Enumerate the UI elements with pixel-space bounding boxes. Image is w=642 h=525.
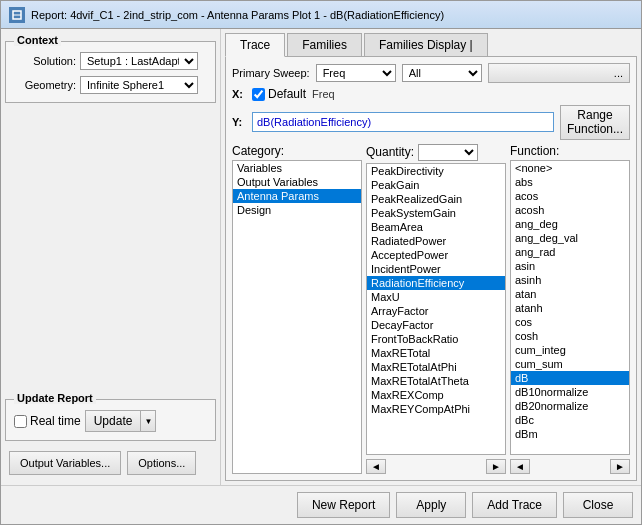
list-item[interactable]: PeakDirectivity	[367, 164, 505, 178]
list-item[interactable]: acos	[511, 189, 629, 203]
quantity-column: Quantity: PeakDirectivity PeakGain PeakR…	[366, 144, 506, 474]
default-checkbox[interactable]	[252, 88, 265, 101]
list-item[interactable]: MaxRETotalAtPhi	[367, 360, 505, 374]
x-row: X: Default Freq	[232, 87, 630, 101]
quantity-scroll-left[interactable]: ◄	[366, 459, 386, 474]
list-item[interactable]: Output Variables	[233, 175, 361, 189]
tab-trace[interactable]: Trace	[225, 33, 285, 57]
list-item[interactable]: Antenna Params	[233, 189, 361, 203]
update-report-group: Update Report Real time Update ▼	[5, 399, 216, 441]
tab-families-display[interactable]: Families Display |	[364, 33, 488, 56]
output-variables-button[interactable]: Output Variables...	[9, 451, 121, 475]
category-list[interactable]: Variables Output Variables Antenna Param…	[232, 160, 362, 474]
quantity-scroll-right[interactable]: ►	[486, 459, 506, 474]
list-item[interactable]: dBc	[511, 413, 629, 427]
geometry-select[interactable]: Infinite Sphere1	[80, 76, 198, 94]
title-bar: Report: 4dvif_C1 - 2ind_strip_com - Ante…	[1, 1, 641, 29]
quantity-scroll-row: ◄ ►	[366, 459, 506, 474]
content-area: Context Solution: Setup1 : LastAdaptive …	[1, 29, 641, 485]
list-item[interactable]: ang_rad	[511, 245, 629, 259]
quantity-list[interactable]: PeakDirectivity PeakGain PeakRealizedGai…	[366, 163, 506, 455]
list-item[interactable]: acosh	[511, 203, 629, 217]
list-item[interactable]: RadiatedPower	[367, 234, 505, 248]
spacer	[5, 107, 216, 387]
list-item[interactable]: PeakGain	[367, 178, 505, 192]
default-label: Default	[252, 87, 306, 101]
list-item[interactable]: dB20normalize	[511, 399, 629, 413]
all-select[interactable]: All	[402, 64, 482, 82]
category-column: Category: Variables Output Variables Ant…	[232, 144, 362, 474]
update-report-title: Update Report	[14, 392, 96, 404]
list-item[interactable]: Design	[233, 203, 361, 217]
options-button[interactable]: Options...	[127, 451, 196, 475]
tab-content: Primary Sweep: Freq All ... X: Default	[225, 57, 637, 481]
update-arrow-icon[interactable]: ▼	[141, 411, 155, 431]
primary-sweep-select[interactable]: Freq	[316, 64, 396, 82]
function-scroll-left[interactable]: ◄	[510, 459, 530, 474]
bottom-buttons-left: Output Variables... Options...	[5, 445, 216, 481]
list-item[interactable]: MaxU	[367, 290, 505, 304]
list-item[interactable]: FrontToBackRatio	[367, 332, 505, 346]
geometry-row: Geometry: Infinite Sphere1	[14, 76, 207, 94]
function-list[interactable]: <none> abs acos acosh ang_deg ang_deg_va…	[510, 160, 630, 455]
list-item[interactable]: atanh	[511, 301, 629, 315]
x-value: Freq	[312, 88, 335, 100]
list-item[interactable]: MaxREYCompAtPhi	[367, 402, 505, 416]
list-item[interactable]: ang_deg	[511, 217, 629, 231]
list-item[interactable]: AcceptedPower	[367, 248, 505, 262]
list-item[interactable]: cum_integ	[511, 343, 629, 357]
quantity-header: Quantity:	[366, 144, 506, 161]
sweep-row: Primary Sweep: Freq All ...	[232, 63, 630, 83]
list-item[interactable]: <none>	[511, 161, 629, 175]
geometry-label: Geometry:	[14, 79, 76, 91]
add-trace-button[interactable]: Add Trace	[472, 492, 557, 518]
bottom-bar: New Report Apply Add Trace Close	[1, 485, 641, 524]
dots-button[interactable]: ...	[488, 63, 630, 83]
right-panel: Trace Families Families Display | Primar…	[221, 29, 641, 485]
list-item[interactable]: atan	[511, 287, 629, 301]
close-button[interactable]: Close	[563, 492, 633, 518]
list-item[interactable]: asinh	[511, 273, 629, 287]
apply-trace-button[interactable]: Apply	[396, 492, 466, 518]
quantity-filter-select[interactable]	[418, 144, 478, 161]
y-row: Y: dB(RadiationEfficiency) Range Functio…	[232, 105, 630, 140]
y-input[interactable]: dB(RadiationEfficiency)	[252, 112, 554, 132]
solution-label: Solution:	[14, 55, 76, 67]
list-item[interactable]: IncidentPower	[367, 262, 505, 276]
list-item[interactable]: MaxRETotalAtTheta	[367, 374, 505, 388]
function-scroll-right[interactable]: ►	[610, 459, 630, 474]
realtime-checkbox[interactable]	[14, 415, 27, 428]
list-item[interactable]: MaxRETotal	[367, 346, 505, 360]
list-item[interactable]: abs	[511, 175, 629, 189]
list-item[interactable]: ArrayFactor	[367, 304, 505, 318]
left-panel: Context Solution: Setup1 : LastAdaptive …	[1, 29, 221, 485]
list-item[interactable]: dBm	[511, 427, 629, 441]
y-label: Y:	[232, 116, 246, 128]
list-item[interactable]: ang_deg_val	[511, 231, 629, 245]
list-item[interactable]: cos	[511, 315, 629, 329]
list-item[interactable]: dB	[511, 371, 629, 385]
list-item[interactable]: MaxREXComp	[367, 388, 505, 402]
list-item[interactable]: asin	[511, 259, 629, 273]
range-function-button[interactable]: Range Function...	[560, 105, 630, 140]
app-icon	[9, 7, 25, 23]
list-item[interactable]: cum_sum	[511, 357, 629, 371]
list-item[interactable]: BeamArea	[367, 220, 505, 234]
list-item[interactable]: cosh	[511, 329, 629, 343]
list-item[interactable]: dB10normalize	[511, 385, 629, 399]
new-report-button[interactable]: New Report	[297, 492, 390, 518]
update-button[interactable]: Update ▼	[85, 410, 157, 432]
update-row: Real time Update ▼	[14, 410, 207, 432]
tab-families[interactable]: Families	[287, 33, 362, 56]
primary-sweep-label: Primary Sweep:	[232, 67, 310, 79]
three-columns: Category: Variables Output Variables Ant…	[232, 144, 630, 474]
list-item[interactable]: PeakSystemGain	[367, 206, 505, 220]
function-header: Function:	[510, 144, 630, 158]
list-item[interactable]: Variables	[233, 161, 361, 175]
list-item[interactable]: PeakRealizedGain	[367, 192, 505, 206]
list-item[interactable]: RadiationEfficiency	[367, 276, 505, 290]
solution-select[interactable]: Setup1 : LastAdaptive	[80, 52, 198, 70]
tabs: Trace Families Families Display |	[225, 33, 637, 57]
bottom-right-buttons: New Report Apply Add Trace Close	[297, 492, 633, 518]
list-item[interactable]: DecayFactor	[367, 318, 505, 332]
